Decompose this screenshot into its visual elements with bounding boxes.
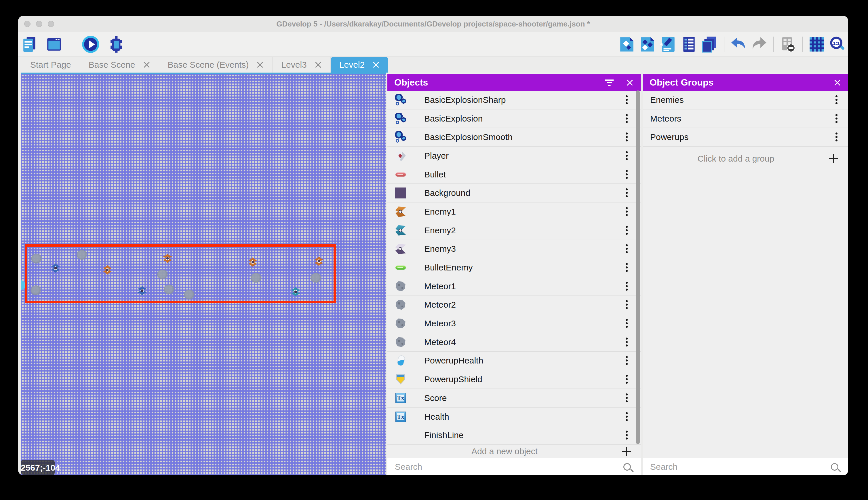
- instance-meteor[interactable]: [157, 270, 168, 280]
- add-object-row[interactable]: Add a new object: [387, 445, 641, 458]
- tab-base-scene[interactable]: Base Scene: [80, 57, 159, 72]
- tab-label: Level3: [281, 60, 306, 70]
- object-icon: [395, 374, 406, 385]
- object-row-meteor1[interactable]: Meteor1: [387, 277, 641, 296]
- objects-scrollbar[interactable]: [636, 90, 640, 444]
- groups-list: Enemies Meteors Powerups: [643, 91, 848, 147]
- group-row-enemies[interactable]: Enemies: [643, 91, 848, 110]
- object-groups-panel-title: Object Groups: [649, 77, 833, 88]
- object-row-finishline[interactable]: FinishLine: [387, 426, 641, 445]
- toggle-window-mask-icon[interactable]: [779, 36, 796, 53]
- object-label: Enemy3: [424, 244, 626, 254]
- close-panel-icon[interactable]: [626, 79, 634, 87]
- row-menu-icon[interactable]: [626, 151, 628, 160]
- instance-meteor[interactable]: [31, 254, 42, 263]
- row-menu-icon[interactable]: [835, 95, 838, 104]
- object-row-powerupshield[interactable]: PowerupShield: [387, 370, 641, 389]
- zoom-actual-icon[interactable]: 1:1: [829, 36, 846, 53]
- row-menu-icon[interactable]: [835, 114, 838, 123]
- object-row-meteor2[interactable]: Meteor2: [387, 296, 641, 315]
- instance-meteor[interactable]: [31, 285, 42, 295]
- group-row-meteors[interactable]: Meteors: [643, 110, 848, 128]
- object-icon: [395, 187, 406, 199]
- row-menu-icon[interactable]: [626, 226, 628, 235]
- object-row-basicexplosion[interactable]: BasicExplosion: [387, 110, 641, 128]
- object-row-background[interactable]: Background: [387, 184, 641, 203]
- object-row-health[interactable]: Health: [387, 408, 641, 426]
- redo-icon[interactable]: [751, 36, 767, 53]
- object-row-player[interactable]: Player: [387, 147, 641, 165]
- row-menu-icon[interactable]: [626, 375, 628, 384]
- row-menu-icon[interactable]: [626, 114, 628, 123]
- object-label: BulletEnemy: [424, 263, 626, 272]
- instances-properties-icon[interactable]: [681, 36, 697, 53]
- instance-meteor[interactable]: [310, 273, 321, 283]
- zoom-level-label: 1:1: [833, 41, 840, 46]
- filter-icon[interactable]: [605, 79, 614, 87]
- row-menu-icon[interactable]: [626, 133, 628, 142]
- close-tab-icon[interactable]: [143, 61, 150, 69]
- close-tab-icon[interactable]: [256, 61, 263, 69]
- add-icon[interactable]: [622, 447, 631, 456]
- row-menu-icon[interactable]: [626, 282, 628, 291]
- row-menu-icon[interactable]: [626, 244, 628, 253]
- instance-meteor[interactable]: [164, 285, 175, 294]
- instance-meteor[interactable]: [77, 250, 87, 260]
- tab-start-page[interactable]: Start Page: [22, 57, 80, 72]
- row-menu-icon[interactable]: [626, 207, 628, 216]
- row-menu-icon[interactable]: [626, 412, 628, 421]
- toggle-grid-icon[interactable]: [808, 36, 825, 53]
- group-row-powerups[interactable]: Powerups: [643, 128, 848, 147]
- instance-meteor[interactable]: [184, 290, 195, 299]
- undo-icon[interactable]: [730, 36, 747, 53]
- object-icon: [395, 262, 406, 273]
- object-row-meteor3[interactable]: Meteor3: [387, 314, 641, 333]
- object-row-enemy1[interactable]: Enemy1: [387, 203, 641, 221]
- window-title: GDevelop 5 - /Users/dkarakay/Documents/G…: [18, 16, 848, 32]
- close-panel-icon[interactable]: [833, 79, 841, 87]
- tab-level3[interactable]: Level3: [272, 57, 330, 72]
- instance-meteor[interactable]: [251, 273, 262, 283]
- object-label: Enemy2: [424, 226, 626, 235]
- row-menu-icon[interactable]: [626, 300, 628, 309]
- scene-editor-canvas[interactable]: 2567;-104: [21, 72, 386, 475]
- close-tab-icon[interactable]: [372, 61, 379, 69]
- debug-icon[interactable]: [107, 35, 125, 53]
- tab-level2[interactable]: Level2: [331, 57, 388, 72]
- object-row-basicexplosionsharp[interactable]: BasicExplosionSharp: [387, 91, 641, 110]
- groups-search-input[interactable]: [643, 462, 831, 472]
- object-row-bullet[interactable]: Bullet: [387, 165, 641, 184]
- add-object-icon[interactable]: [619, 36, 635, 53]
- object-row-enemy3[interactable]: Enemy3: [387, 240, 641, 259]
- object-label: Background: [424, 188, 626, 198]
- object-row-meteor4[interactable]: Meteor4: [387, 333, 641, 352]
- row-menu-icon[interactable]: [626, 394, 628, 403]
- object-row-score[interactable]: Score: [387, 389, 641, 408]
- play-preview-icon[interactable]: [81, 35, 100, 54]
- project-manager-icon[interactable]: [22, 36, 38, 53]
- edit-scene-properties-icon[interactable]: [660, 36, 677, 53]
- row-menu-icon[interactable]: [626, 319, 628, 328]
- close-tab-icon[interactable]: [314, 61, 322, 69]
- instances-list-icon[interactable]: [701, 36, 718, 53]
- row-menu-icon[interactable]: [626, 338, 628, 347]
- add-icon[interactable]: [829, 154, 838, 163]
- row-menu-icon[interactable]: [835, 133, 838, 142]
- row-menu-icon[interactable]: [626, 356, 628, 365]
- add-group-row[interactable]: Click to add a group: [643, 147, 848, 170]
- start-page-icon[interactable]: [46, 36, 62, 53]
- object-row-enemy2[interactable]: Enemy2: [387, 221, 641, 240]
- object-row-poweruphealth[interactable]: PowerupHealth: [387, 352, 641, 371]
- objects-panel: Objects BasicExplosionSharp BasicExplosi…: [387, 72, 641, 475]
- object-row-basicexplosionsmooth[interactable]: BasicExplosionSmooth: [387, 128, 641, 147]
- row-menu-icon[interactable]: [626, 95, 628, 104]
- tab-base-scene-events[interactable]: Base Scene (Events): [159, 57, 273, 72]
- row-menu-icon[interactable]: [626, 431, 628, 440]
- object-row-bulletenemy[interactable]: BulletEnemy: [387, 258, 641, 277]
- row-menu-icon[interactable]: [626, 170, 628, 179]
- row-menu-icon[interactable]: [626, 263, 628, 272]
- objects-search-input[interactable]: [387, 462, 623, 472]
- object-label: Bullet: [424, 170, 626, 180]
- row-menu-icon[interactable]: [626, 189, 628, 197]
- object-groups-icon[interactable]: [639, 36, 656, 53]
